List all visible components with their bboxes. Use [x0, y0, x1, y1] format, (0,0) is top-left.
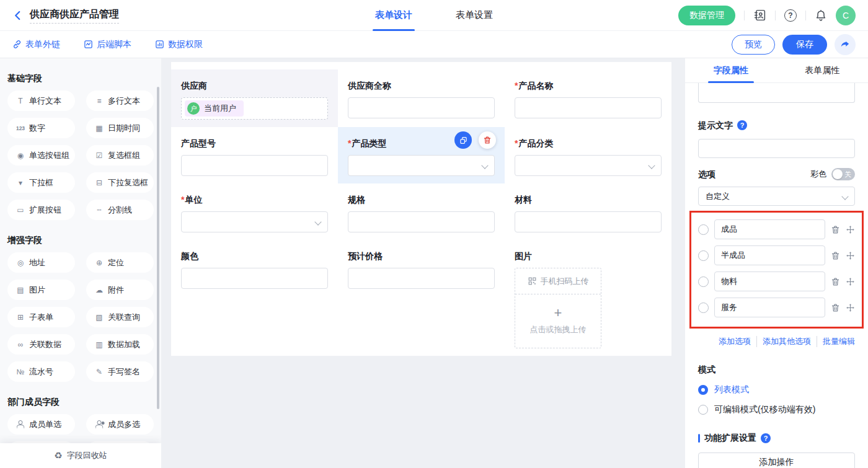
- field-unit[interactable]: *单位: [171, 183, 338, 240]
- field-supplier-fullname[interactable]: 供应商全称: [338, 69, 505, 127]
- delete-option-button[interactable]: [831, 277, 840, 286]
- chip-single-line-text[interactable]: T单行文本: [7, 91, 75, 111]
- sidebar-scrollbar[interactable]: [157, 87, 159, 409]
- delete-option-button[interactable]: [831, 303, 840, 312]
- field-color[interactable]: 颜色: [171, 240, 338, 356]
- drag-option-handle[interactable]: [846, 225, 855, 234]
- supplier-fullname-input[interactable]: [348, 97, 495, 118]
- tab-form-design[interactable]: 表单设计: [375, 0, 412, 31]
- field-estimated-price[interactable]: 预计价格: [338, 240, 505, 356]
- color-toggle[interactable]: 关: [831, 168, 855, 180]
- chip-divider-line[interactable]: ╌分割线: [86, 200, 154, 220]
- multi-select-icon: ⊟: [94, 179, 104, 187]
- data-manage-button[interactable]: 数据管理: [678, 6, 735, 25]
- chip-multi-line-text[interactable]: ≡多行文本: [86, 91, 154, 111]
- field-product-model[interactable]: 产品型号: [171, 127, 338, 183]
- share-button[interactable]: [835, 34, 856, 55]
- attachment-cloud-icon: ☁: [94, 286, 104, 294]
- preview-button[interactable]: 预览: [732, 35, 775, 55]
- option-source-select[interactable]: 自定义: [698, 187, 855, 206]
- chip-signature[interactable]: ✎手写签名: [86, 361, 154, 382]
- field-product-name[interactable]: *产品名称: [505, 69, 671, 127]
- contacts-icon[interactable]: [753, 9, 766, 22]
- chip-number[interactable]: 123数字: [7, 118, 75, 138]
- tab-field-properties[interactable]: 字段属性: [685, 58, 777, 82]
- delete-option-button[interactable]: [831, 225, 840, 234]
- unit-select[interactable]: [181, 211, 328, 232]
- chip-member-single[interactable]: 成员单选: [7, 414, 75, 435]
- number-icon: 123: [16, 125, 25, 131]
- chip-location[interactable]: ⊕定位: [86, 252, 154, 273]
- trash-icon: [483, 136, 492, 144]
- delete-field-button[interactable]: [479, 131, 496, 149]
- help-icon[interactable]: ?: [784, 9, 797, 22]
- field-spec[interactable]: 规格: [338, 183, 505, 240]
- bell-icon[interactable]: [815, 9, 827, 22]
- mode-list[interactable]: 列表模式: [698, 384, 855, 395]
- product-name-input[interactable]: [515, 97, 662, 118]
- product-model-input[interactable]: [181, 155, 328, 176]
- chip-linked-query[interactable]: ▧关联查询: [86, 307, 154, 327]
- save-button[interactable]: 保存: [782, 35, 827, 55]
- backend-script-link[interactable]: 后端脚本: [84, 39, 131, 50]
- add-other-option-link[interactable]: 添加其他选项: [756, 336, 811, 347]
- chip-select[interactable]: ▾下拉框: [7, 172, 75, 193]
- chip-radio-group[interactable]: ◉单选按钮组: [7, 145, 75, 166]
- chip-datetime[interactable]: ▦日期时间: [86, 118, 154, 138]
- option-input-2[interactable]: [714, 245, 825, 265]
- extension-help-icon[interactable]: ?: [761, 433, 771, 443]
- chip-subform[interactable]: ⊞子表单: [7, 307, 75, 327]
- hint-text-input[interactable]: [698, 139, 855, 158]
- chip-extend-button[interactable]: ▭扩展按钮: [7, 200, 75, 220]
- user-avatar[interactable]: C: [836, 6, 856, 25]
- divider: [805, 11, 806, 20]
- delete-option-button[interactable]: [831, 251, 840, 260]
- hint-help-icon[interactable]: ?: [737, 120, 747, 130]
- back-button[interactable]: [12, 10, 24, 21]
- option-input-3[interactable]: [714, 272, 825, 291]
- product-type-select[interactable]: [348, 155, 495, 176]
- drag-option-handle[interactable]: [846, 303, 855, 312]
- product-category-select[interactable]: [515, 155, 662, 176]
- chip-linked-data[interactable]: ∞关联数据: [7, 334, 75, 355]
- move-icon: [846, 251, 855, 260]
- field-supplier[interactable]: 供应商 户 当前用户: [171, 69, 338, 127]
- data-permission-link[interactable]: 数据权限: [155, 39, 203, 50]
- chip-serial-number[interactable]: №流水号: [7, 361, 75, 382]
- chip-data-load[interactable]: ▥数据加载: [86, 334, 154, 355]
- field-product-type-selected[interactable]: *产品类型: [338, 127, 505, 183]
- qr-upload-button[interactable]: 手机扫码上传: [515, 268, 601, 294]
- chip-multi-select[interactable]: ⊟下拉复选框: [86, 172, 154, 193]
- chip-address[interactable]: ◎地址: [7, 252, 75, 273]
- add-option-link[interactable]: 添加选项: [719, 336, 751, 347]
- mode-editable[interactable]: 可编辑模式(仅移动端有效): [698, 404, 855, 415]
- field-title-input-partial[interactable]: [698, 83, 855, 103]
- chip-checkbox-group[interactable]: ☑复选框组: [86, 145, 154, 166]
- copy-field-button[interactable]: [454, 131, 472, 149]
- supplier-input[interactable]: 户 当前用户: [181, 97, 328, 120]
- chip-image[interactable]: ▤图片: [7, 280, 75, 300]
- checkbox-group-icon: ☑: [94, 151, 104, 160]
- field-image-upload[interactable]: 图片 手机扫码上传 + 点击或拖拽上传: [505, 240, 671, 356]
- add-action-button[interactable]: 添加操作: [698, 453, 855, 468]
- chip-member-multi[interactable]: 成员多选: [86, 414, 154, 435]
- drop-upload-area[interactable]: + 点击或拖拽上传: [515, 294, 601, 348]
- field-recycle-bin[interactable]: ♻ 字段回收站: [0, 443, 161, 468]
- color-input[interactable]: [181, 268, 328, 289]
- tab-form-settings[interactable]: 表单设置: [456, 0, 493, 31]
- form-title[interactable]: 供应商供应产品管理: [30, 7, 119, 24]
- tab-form-properties[interactable]: 表单属性: [777, 58, 868, 82]
- material-input[interactable]: [515, 211, 662, 232]
- batch-edit-link[interactable]: 批量编辑: [817, 336, 855, 347]
- chip-attachment[interactable]: ☁附件: [86, 280, 154, 300]
- drag-option-handle[interactable]: [846, 251, 855, 260]
- option-input-4[interactable]: [714, 298, 825, 317]
- form-external-link[interactable]: 表单外链: [12, 39, 60, 50]
- drag-option-handle[interactable]: [846, 277, 855, 286]
- estimated-price-input[interactable]: [348, 268, 495, 289]
- field-product-category[interactable]: *产品分类: [505, 127, 671, 183]
- field-material[interactable]: 材料: [505, 183, 671, 240]
- spec-input[interactable]: [348, 211, 495, 232]
- option-input-1[interactable]: [714, 219, 825, 239]
- linked-data-icon: ∞: [16, 340, 25, 349]
